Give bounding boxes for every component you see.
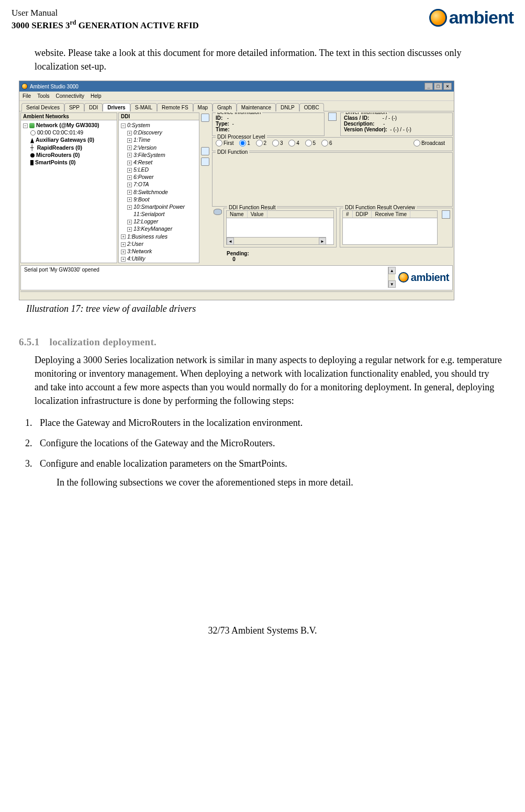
overview-export-icon[interactable] [442, 210, 450, 219]
ddi-power[interactable]: 6:Power [133, 174, 154, 180]
ddi-boot[interactable]: 9:Boot [133, 196, 149, 202]
info-refresh-icon[interactable] [328, 112, 337, 121]
tree-microrouters[interactable]: MicroRouters (0) [36, 152, 80, 158]
tab-drivers[interactable]: Drivers [103, 103, 130, 111]
col-value[interactable]: Value [248, 211, 267, 218]
horizontal-scrollbar[interactable]: ◄► [227, 237, 326, 244]
overview-table[interactable]: # DDIP Receive Time [342, 210, 438, 245]
clock-icon [30, 130, 36, 136]
radio-5[interactable]: 5 [305, 140, 316, 146]
radio-1[interactable]: 1 [239, 140, 250, 146]
menu-file[interactable]: File [23, 93, 31, 99]
col-name[interactable]: Name [227, 211, 248, 218]
microrouter-icon [30, 153, 35, 157]
network-tree[interactable]: −Network (@My GW3030) 00:00 C0:0C:01:49 … [21, 120, 117, 167]
radio-2[interactable]: 2 [256, 140, 267, 146]
tree-rapidreaders[interactable]: RapidReaders (0) [37, 144, 82, 151]
network-root[interactable]: Network (@My GW3030) [36, 122, 99, 128]
overview-title: DDI Function Result Overview [343, 205, 417, 210]
tool-icon-3[interactable] [201, 157, 209, 166]
minimize-button[interactable]: _ [425, 83, 433, 90]
ddi-serialport[interactable]: 11:Serialport [133, 211, 165, 217]
bottom-scrollbar[interactable] [20, 291, 453, 299]
header-line2: 3000 SERIES 3rd GENERATION ACTIVE RFID [12, 19, 199, 31]
ddi-utility[interactable]: 4:Utility [127, 255, 145, 262]
drvinfo-class-value: - / - (-) [382, 115, 397, 121]
pending-label: Pending: [227, 251, 249, 256]
radio-first[interactable]: First [216, 140, 233, 146]
expand-icon[interactable]: + [127, 220, 132, 224]
scroll-down-icon[interactable]: ▼ [388, 280, 396, 288]
expand-icon[interactable]: + [127, 138, 132, 143]
drvinfo-ver-label: Version (Vendor): [344, 127, 387, 132]
tree-aux-gateways[interactable]: Auxiliary Gateways (0) [36, 137, 94, 143]
tree-clock[interactable]: 00:00 C0:0C:01:49 [37, 129, 83, 136]
expand-icon[interactable]: + [127, 131, 132, 136]
expand-icon[interactable]: + [121, 250, 126, 254]
scroll-up-icon[interactable]: ▲ [388, 267, 396, 274]
expand-icon[interactable]: + [127, 168, 132, 173]
expand-icon[interactable]: + [127, 205, 132, 210]
expand-icon[interactable]: + [127, 153, 132, 157]
ddi-switchmode[interactable]: 8:Switchmode [133, 189, 168, 195]
tab-bar: Serial Devices SPP DDI Drivers S-MAIL Re… [19, 101, 454, 111]
ddi-tree[interactable]: −0:System +0:Discovery +1:Time +2:Versio… [119, 120, 199, 263]
col-receive-time[interactable]: Receive Time [372, 211, 410, 218]
expand-icon[interactable]: + [127, 227, 132, 232]
tree-smartpoints[interactable]: SmartPoints (0) [35, 159, 76, 165]
tab-remote-fs[interactable]: Remote FS [157, 103, 193, 111]
maximize-button[interactable]: □ [434, 83, 442, 90]
close-button[interactable]: × [443, 83, 452, 90]
expand-icon[interactable]: + [127, 183, 132, 187]
ddi-ota[interactable]: 7:OTA [133, 181, 149, 187]
menu-help[interactable]: Help [91, 93, 102, 99]
menu-connectivity[interactable]: Connectivity [55, 93, 84, 99]
tab-smail[interactable]: S-MAIL [130, 103, 157, 111]
col-ddip[interactable]: DDIP [353, 211, 372, 218]
expand-icon[interactable]: + [121, 242, 126, 247]
expand-icon[interactable]: + [127, 197, 132, 202]
ddi-filesystem[interactable]: 3:FileSystem [133, 152, 165, 158]
tab-odbc[interactable]: ODBC [299, 103, 324, 111]
ddi-led[interactable]: 5:LED [133, 166, 149, 173]
tab-maintenance[interactable]: Maintenance [237, 103, 276, 111]
ddi-reset[interactable]: 4:Reset [133, 159, 152, 165]
ddi-smartpoint-power[interactable]: 10:Smartpoint Power [133, 204, 185, 210]
ddi-logger[interactable]: 12:Logger [133, 218, 158, 224]
ddi-time[interactable]: 1:Time [133, 137, 150, 143]
ddi-discovery[interactable]: 0:Discovery [133, 129, 162, 136]
radio-6[interactable]: 6 [321, 140, 332, 146]
radio-3[interactable]: 3 [272, 140, 283, 146]
ddi-network[interactable]: 3:Network [127, 248, 152, 254]
result-table[interactable]: Name Value ◄► [226, 210, 334, 245]
tool-icon-1[interactable] [201, 114, 209, 122]
ddi-security[interactable]: 5:Security [127, 263, 152, 263]
ambient-logo: ambient [429, 7, 513, 28]
ddi-version[interactable]: 2:Version [133, 144, 157, 151]
expand-icon[interactable]: + [127, 175, 132, 180]
radio-broadcast[interactable]: Broadcast [414, 140, 445, 146]
tool-icon-2[interactable] [201, 147, 209, 155]
ddi-user[interactable]: 2:User [127, 241, 143, 247]
ddi-keymanager[interactable]: 13:KeyManager [133, 225, 172, 232]
expand-icon[interactable]: + [127, 161, 132, 165]
tab-map[interactable]: Map [193, 103, 213, 111]
collapse-icon[interactable]: − [23, 123, 28, 128]
ddi-root[interactable]: 0:System [127, 122, 150, 128]
drvinfo-class-label: Class / ID: [344, 115, 369, 121]
tab-graph[interactable]: Graph [213, 103, 237, 111]
tab-spp[interactable]: SPP [64, 103, 84, 111]
tab-ddi[interactable]: DDI [84, 103, 103, 111]
radio-4[interactable]: 4 [288, 140, 299, 146]
expand-icon[interactable]: + [121, 257, 126, 262]
col-hash[interactable]: # [343, 211, 353, 218]
ddi-business-rules[interactable]: 1:Business rules [127, 233, 167, 240]
tab-dnlp[interactable]: DNLP [276, 103, 299, 111]
expand-icon[interactable]: + [121, 234, 126, 239]
tab-serial-devices[interactable]: Serial Devices [21, 103, 64, 111]
expand-icon[interactable]: + [127, 190, 132, 195]
menu-tools[interactable]: Tools [37, 93, 49, 99]
database-icon[interactable] [214, 209, 222, 215]
expand-icon[interactable]: + [127, 145, 132, 150]
collapse-icon[interactable]: − [121, 123, 126, 128]
